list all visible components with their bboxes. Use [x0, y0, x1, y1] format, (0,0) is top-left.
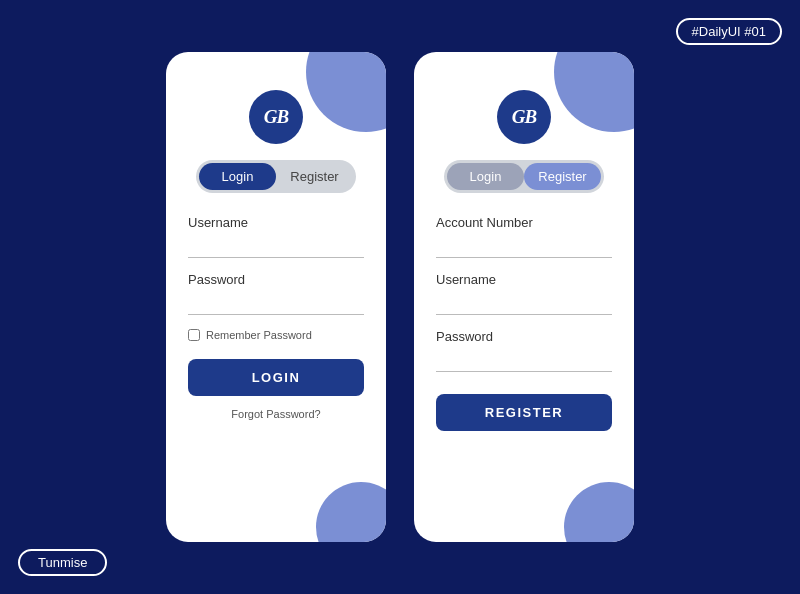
author-badge: Tunmise: [18, 549, 107, 576]
register-button[interactable]: REGISTER: [436, 394, 612, 431]
remember-row: Remember Password: [188, 329, 364, 341]
reg-username-input[interactable]: [436, 291, 612, 315]
username-label: Username: [188, 215, 364, 230]
account-number-label: Account Number: [436, 215, 612, 230]
card-blob-bottom-register: [564, 482, 634, 542]
reg-password-field-group: Password: [436, 329, 612, 372]
reg-username-field-group: Username: [436, 272, 612, 315]
reg-username-label: Username: [436, 272, 612, 287]
account-number-input[interactable]: [436, 234, 612, 258]
reg-password-label: Password: [436, 329, 612, 344]
logo-text-login: GB: [264, 106, 288, 128]
forgot-password-link[interactable]: Forgot Password?: [231, 408, 320, 420]
account-number-field-group: Account Number: [436, 215, 612, 258]
login-button[interactable]: LOGIN: [188, 359, 364, 396]
login-card-content: GB Login Register Username Password Reme…: [166, 52, 386, 420]
card-blob-bottom-login: [316, 482, 386, 542]
toggle-login-btn-on-register[interactable]: Login: [447, 163, 524, 190]
toggle-login: Login Register: [196, 160, 356, 193]
password-input[interactable]: [188, 291, 364, 315]
toggle-register-btn[interactable]: Register: [524, 163, 601, 190]
daily-ui-badge: #DailyUI #01: [676, 18, 782, 45]
login-card: GB Login Register Username Password Reme…: [166, 52, 386, 542]
register-card-content: GB Login Register Account Number Usernam…: [414, 52, 634, 443]
toggle-login-btn[interactable]: Login: [199, 163, 276, 190]
logo-login: GB: [249, 90, 303, 144]
register-card: GB Login Register Account Number Usernam…: [414, 52, 634, 542]
username-field-group: Username: [188, 215, 364, 258]
username-input[interactable]: [188, 234, 364, 258]
logo-register: GB: [497, 90, 551, 144]
reg-password-input[interactable]: [436, 348, 612, 372]
password-field-group: Password: [188, 272, 364, 315]
toggle-register: Login Register: [444, 160, 604, 193]
logo-text-register: GB: [512, 106, 536, 128]
password-label: Password: [188, 272, 364, 287]
toggle-register-btn-on-login[interactable]: Register: [276, 163, 353, 190]
remember-checkbox[interactable]: [188, 329, 200, 341]
cards-container: GB Login Register Username Password Reme…: [166, 52, 634, 542]
remember-label: Remember Password: [206, 329, 312, 341]
